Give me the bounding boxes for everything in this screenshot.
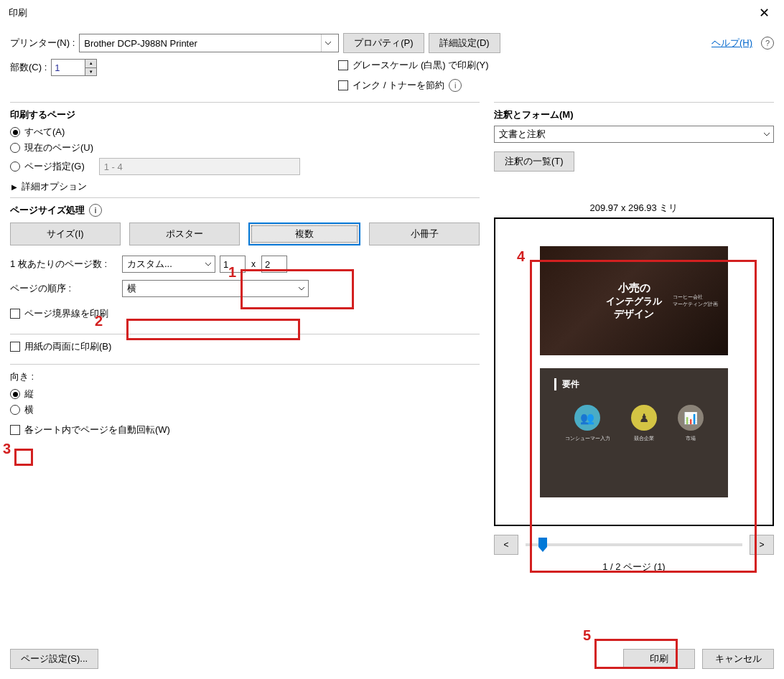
save-ink-checkbox[interactable]: インク / トナーを節約 <box>338 79 444 92</box>
annotation-number-2: 2 <box>95 313 103 329</box>
annotations-value: 文書と注釈 <box>495 128 760 141</box>
print-border-checkbox[interactable]: ページ境界線を印刷 <box>10 307 108 320</box>
slider-thumb-icon[interactable] <box>538 538 547 552</box>
copies-stepper[interactable]: ▲ ▼ <box>51 59 97 76</box>
radio-icon <box>10 143 20 153</box>
slide1-line3: デザイン <box>606 308 662 321</box>
annotation-number-5: 5 <box>583 627 591 644</box>
printer-select[interactable]: Brother DCP-J988N Printer <box>79 34 339 52</box>
help-link[interactable]: ヘルプ(H) <box>711 37 752 50</box>
annotations-list-button[interactable]: 注釈の一覧(T) <box>494 151 574 172</box>
print-preview: 小売の インテグラル デザイン コーヒー会社 マーケティング計画 要件 <box>494 217 774 526</box>
pages-per-sheet-select[interactable]: カスタム... <box>122 256 215 273</box>
tab-booklet[interactable]: 小冊子 <box>369 223 480 245</box>
pages-per-sheet-label: 1 枚あたりのページ数 : <box>10 258 118 271</box>
slide1-line1: 小売の <box>606 281 662 295</box>
preview-slide-1: 小売の インテグラル デザイン コーヒー会社 マーケティング計画 <box>540 246 728 355</box>
radio-landscape[interactable]: 横 <box>10 403 480 416</box>
close-icon[interactable]: ✕ <box>753 5 775 21</box>
radio-all-pages[interactable]: すべて(A) <box>10 126 480 139</box>
advanced-settings-button[interactable]: 詳細設定(D) <box>429 33 500 53</box>
preview-next-button[interactable]: > <box>750 535 774 555</box>
size-info-icon[interactable]: i <box>89 204 102 217</box>
radio-current-page[interactable]: 現在のページ(U) <box>10 141 480 154</box>
copies-input[interactable] <box>52 60 85 75</box>
slide2-item2-label: 競合企業 <box>634 435 654 442</box>
annotations-section-title: 注釈とフォーム(M) <box>494 108 774 121</box>
auto-rotate-label: 各シート内でページを自動回転(W) <box>24 423 170 436</box>
radio-icon <box>10 389 20 399</box>
auto-rotate-checkbox[interactable]: 各シート内でページを自動回転(W) <box>10 423 170 436</box>
cancel-button[interactable]: キャンセル <box>702 649 774 669</box>
grayscale-label: グレースケール (白黒) で印刷(Y) <box>353 59 488 72</box>
advanced-options-label: 詳細オプション <box>22 180 87 193</box>
people-icon: 👥 <box>574 405 600 431</box>
triangle-right-icon: ▶ <box>11 183 17 191</box>
copies-up-icon[interactable]: ▲ <box>85 60 96 68</box>
chart-icon: 📊 <box>678 405 704 431</box>
checkbox-icon <box>338 60 348 70</box>
chevron-down-icon <box>202 256 215 272</box>
page-order-select[interactable]: 横 <box>122 280 309 297</box>
window-title: 印刷 <box>9 6 27 19</box>
size-handling-title: ページサイズ処理 i <box>10 204 480 217</box>
printer-label: プリンター(N) : <box>10 37 75 50</box>
page-range-input: 1 - 4 <box>99 158 300 175</box>
radio-portrait[interactable]: 縦 <box>10 388 480 401</box>
page-setup-button[interactable]: ページ設定(S)... <box>10 649 98 669</box>
custom-rows-input[interactable] <box>261 256 287 273</box>
tab-size[interactable]: サイズ(I) <box>10 223 121 245</box>
radio-range-label: ページ指定(G) <box>24 160 85 173</box>
radio-icon <box>10 161 20 172</box>
radio-icon <box>10 127 20 137</box>
pages-section-title: 印刷するページ <box>10 108 480 121</box>
annotation-number-4: 4 <box>517 248 525 265</box>
preview-slide-2: 要件 👥 コンシューマー入力 ♟ 競合企業 📊 <box>540 368 728 497</box>
preview-page: 小売の インテグラル デザイン コーヒー会社 マーケティング計画 要件 <box>530 225 738 519</box>
tab-multiple[interactable]: 複数 <box>248 223 360 245</box>
printer-value: Brother DCP-J988N Printer <box>84 38 321 49</box>
tab-poster[interactable]: ポスター <box>129 223 240 245</box>
annotations-select[interactable]: 文書と注釈 <box>494 126 774 143</box>
slide1-sub1: コーヒー会社 <box>673 294 718 301</box>
help-info-icon[interactable]: ? <box>761 37 774 50</box>
annotation-number-3: 3 <box>3 441 11 457</box>
slide1-line2: インテグラル <box>606 295 662 308</box>
preview-dimensions: 209.97 x 296.93 ミリ <box>494 202 774 215</box>
orientation-label: 向き : <box>10 370 480 383</box>
chevron-down-icon <box>295 281 308 296</box>
preview-prev-button[interactable]: < <box>494 535 518 555</box>
properties-button[interactable]: プロパティ(P) <box>343 33 424 53</box>
pages-per-sheet-value: カスタム... <box>123 258 202 271</box>
print-button[interactable]: 印刷 <box>623 649 695 669</box>
radio-all-label: すべて(A) <box>24 126 65 139</box>
slide2-item3-label: 市場 <box>686 435 696 442</box>
radio-landscape-label: 横 <box>24 403 34 416</box>
annotation-number-1: 1 <box>228 264 236 281</box>
checkbox-icon <box>10 425 20 435</box>
page-indicator: 1 / 2 ページ (1) <box>494 561 774 573</box>
duplex-checkbox[interactable]: 用紙の両面に印刷(B) <box>10 340 111 353</box>
checkbox-icon <box>10 309 20 319</box>
ink-info-icon[interactable]: i <box>449 79 462 92</box>
radio-portrait-label: 縦 <box>24 388 34 401</box>
x-separator: x <box>250 259 257 269</box>
competitor-icon: ♟ <box>631 405 657 431</box>
page-order-label: ページの順序 : <box>10 282 118 295</box>
radio-current-label: 現在のページ(U) <box>24 141 93 154</box>
copies-down-icon[interactable]: ▼ <box>85 68 96 76</box>
page-order-value: 横 <box>123 282 295 295</box>
duplex-label: 用紙の両面に印刷(B) <box>24 340 111 353</box>
advanced-options-toggle[interactable]: ▶ 詳細オプション <box>11 180 478 193</box>
checkbox-icon <box>338 80 348 90</box>
preview-slider[interactable] <box>526 543 742 546</box>
radio-icon <box>10 405 20 415</box>
grayscale-checkbox[interactable]: グレースケール (白黒) で印刷(Y) <box>338 59 488 72</box>
slide1-sub2: マーケティング計画 <box>673 301 718 308</box>
copies-label: 部数(C) : <box>10 61 47 74</box>
radio-page-range[interactable]: ページ指定(G) <box>10 160 85 173</box>
slide2-header: 要件 <box>554 378 714 390</box>
chevron-down-icon <box>321 34 334 52</box>
chevron-down-icon <box>760 126 773 142</box>
save-ink-label: インク / トナーを節約 <box>353 79 444 92</box>
